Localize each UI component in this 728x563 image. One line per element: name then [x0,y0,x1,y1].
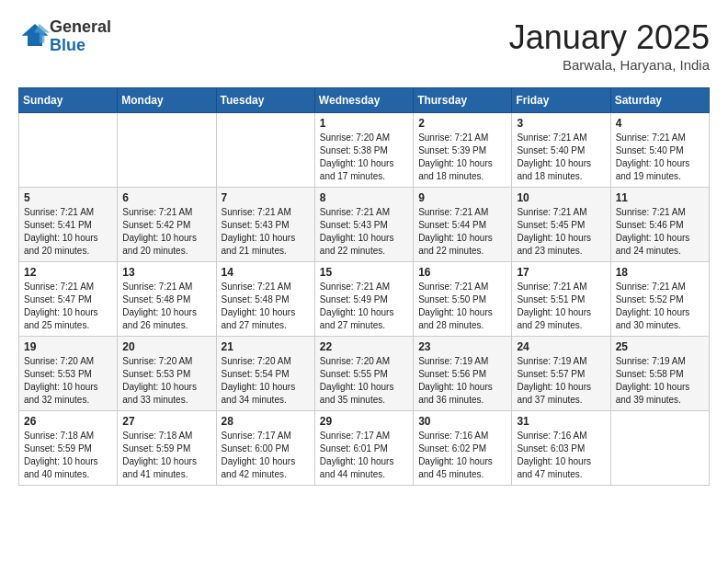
day-number: 10 [517,191,605,204]
day-info: Sunrise: 7:21 AM Sunset: 5:50 PM Dayligh… [418,281,506,332]
calendar-cell: 7Sunrise: 7:21 AM Sunset: 5:43 PM Daylig… [216,188,314,262]
week-row-1: 1Sunrise: 7:20 AM Sunset: 5:38 PM Daylig… [19,113,710,188]
week-row-4: 19Sunrise: 7:20 AM Sunset: 5:53 PM Dayli… [19,337,710,411]
day-info: Sunrise: 7:17 AM Sunset: 6:00 PM Dayligh… [222,430,310,481]
day-number: 29 [320,415,408,428]
page: General Blue January 2025 Barwala, Harya… [0,0,728,495]
day-number: 17 [517,266,605,279]
week-row-2: 5Sunrise: 7:21 AM Sunset: 5:41 PM Daylig… [19,188,710,262]
day-info: Sunrise: 7:16 AM Sunset: 6:02 PM Dayligh… [418,430,506,481]
day-number: 30 [418,415,506,428]
day-number: 12 [24,266,112,279]
calendar-cell: 5Sunrise: 7:21 AM Sunset: 5:41 PM Daylig… [19,188,118,262]
day-number: 23 [418,340,506,353]
day-number: 22 [320,340,408,353]
day-info: Sunrise: 7:21 AM Sunset: 5:49 PM Dayligh… [320,281,408,332]
logo-icon [20,22,50,48]
calendar-cell: 9Sunrise: 7:21 AM Sunset: 5:44 PM Daylig… [414,188,512,262]
calendar-cell: 24Sunrise: 7:19 AM Sunset: 5:57 PM Dayli… [512,337,610,411]
day-info: Sunrise: 7:20 AM Sunset: 5:53 PM Dayligh… [24,355,112,407]
calendar-cell: 15Sunrise: 7:21 AM Sunset: 5:49 PM Dayli… [314,262,413,337]
day-info: Sunrise: 7:21 AM Sunset: 5:47 PM Dayligh… [24,281,112,332]
calendar-cell: 11Sunrise: 7:21 AM Sunset: 5:46 PM Dayli… [610,188,709,262]
day-number: 21 [222,340,310,353]
calendar-cell [118,113,216,188]
calendar-cell [610,411,709,486]
calendar-cell: 29Sunrise: 7:17 AM Sunset: 6:01 PM Dayli… [314,411,413,486]
week-row-3: 12Sunrise: 7:21 AM Sunset: 5:47 PM Dayli… [19,262,710,337]
calendar-cell: 1Sunrise: 7:20 AM Sunset: 5:38 PM Daylig… [314,113,413,188]
calendar-cell: 2Sunrise: 7:21 AM Sunset: 5:39 PM Daylig… [414,113,512,188]
logo-text: General Blue [50,18,111,55]
calendar-cell: 26Sunrise: 7:18 AM Sunset: 5:59 PM Dayli… [19,411,118,486]
day-info: Sunrise: 7:18 AM Sunset: 5:59 PM Dayligh… [24,430,112,481]
day-info: Sunrise: 7:21 AM Sunset: 5:40 PM Dayligh… [616,132,704,183]
calendar-cell: 21Sunrise: 7:20 AM Sunset: 5:54 PM Dayli… [216,337,314,411]
calendar-cell: 18Sunrise: 7:21 AM Sunset: 5:52 PM Dayli… [610,262,709,337]
logo-blue: Blue [50,36,85,54]
day-info: Sunrise: 7:19 AM Sunset: 5:56 PM Dayligh… [418,355,506,407]
day-number: 2 [418,117,506,130]
day-info: Sunrise: 7:20 AM Sunset: 5:53 PM Dayligh… [122,355,210,407]
calendar-cell: 8Sunrise: 7:21 AM Sunset: 5:43 PM Daylig… [314,188,413,262]
day-info: Sunrise: 7:20 AM Sunset: 5:38 PM Dayligh… [320,132,408,183]
calendar-cell: 20Sunrise: 7:20 AM Sunset: 5:53 PM Dayli… [118,337,216,411]
day-number: 1 [320,117,408,130]
day-number: 15 [320,266,408,279]
calendar-cell: 17Sunrise: 7:21 AM Sunset: 5:51 PM Dayli… [512,262,610,337]
day-info: Sunrise: 7:19 AM Sunset: 5:58 PM Dayligh… [616,355,704,407]
calendar-cell: 25Sunrise: 7:19 AM Sunset: 5:58 PM Dayli… [610,337,709,411]
weekday-header-wednesday: Wednesday [314,88,413,113]
calendar-cell: 13Sunrise: 7:21 AM Sunset: 5:48 PM Dayli… [118,262,216,337]
logo: General Blue [18,18,111,55]
day-number: 27 [122,415,210,428]
day-info: Sunrise: 7:17 AM Sunset: 6:01 PM Dayligh… [320,430,408,481]
weekday-header-tuesday: Tuesday [216,88,314,113]
weekday-header-friday: Friday [512,88,610,113]
weekday-header-sunday: Sunday [19,88,118,113]
day-number: 4 [616,117,704,130]
day-info: Sunrise: 7:21 AM Sunset: 5:48 PM Dayligh… [222,281,310,332]
day-info: Sunrise: 7:21 AM Sunset: 5:42 PM Dayligh… [122,206,210,258]
calendar-cell: 31Sunrise: 7:16 AM Sunset: 6:03 PM Dayli… [512,411,610,486]
day-number: 5 [24,191,112,204]
day-info: Sunrise: 7:19 AM Sunset: 5:57 PM Dayligh… [517,355,605,407]
day-number: 14 [222,266,310,279]
calendar-cell: 12Sunrise: 7:21 AM Sunset: 5:47 PM Dayli… [19,262,118,337]
calendar-cell: 16Sunrise: 7:21 AM Sunset: 5:50 PM Dayli… [414,262,512,337]
day-info: Sunrise: 7:21 AM Sunset: 5:51 PM Dayligh… [517,281,605,332]
calendar-cell: 10Sunrise: 7:21 AM Sunset: 5:45 PM Dayli… [512,188,610,262]
day-number: 7 [222,191,310,204]
month-title: January 2025 [509,18,710,57]
title-block: January 2025 Barwala, Haryana, India [509,18,710,73]
calendar-cell: 23Sunrise: 7:19 AM Sunset: 5:56 PM Dayli… [414,337,512,411]
day-info: Sunrise: 7:21 AM Sunset: 5:40 PM Dayligh… [517,132,605,183]
calendar-cell [19,113,118,188]
day-number: 25 [616,340,704,353]
day-number: 31 [517,415,605,428]
day-info: Sunrise: 7:21 AM Sunset: 5:41 PM Dayligh… [24,206,112,258]
day-number: 19 [24,340,112,353]
weekday-header-thursday: Thursday [414,88,512,113]
day-info: Sunrise: 7:20 AM Sunset: 5:54 PM Dayligh… [222,355,310,407]
day-number: 9 [418,191,506,204]
day-info: Sunrise: 7:20 AM Sunset: 5:55 PM Dayligh… [320,355,408,407]
day-info: Sunrise: 7:16 AM Sunset: 6:03 PM Dayligh… [517,430,605,481]
day-number: 16 [418,266,506,279]
calendar-cell: 14Sunrise: 7:21 AM Sunset: 5:48 PM Dayli… [216,262,314,337]
calendar-cell: 19Sunrise: 7:20 AM Sunset: 5:53 PM Dayli… [19,337,118,411]
day-number: 18 [616,266,704,279]
calendar-cell: 22Sunrise: 7:20 AM Sunset: 5:55 PM Dayli… [314,337,413,411]
calendar-cell: 30Sunrise: 7:16 AM Sunset: 6:02 PM Dayli… [414,411,512,486]
day-info: Sunrise: 7:21 AM Sunset: 5:52 PM Dayligh… [616,281,704,332]
weekday-header-saturday: Saturday [610,88,709,113]
weekday-header-monday: Monday [118,88,216,113]
day-number: 8 [320,191,408,204]
logo-general: General [50,17,111,36]
day-info: Sunrise: 7:21 AM Sunset: 5:44 PM Dayligh… [418,206,506,258]
calendar-cell: 28Sunrise: 7:17 AM Sunset: 6:00 PM Dayli… [216,411,314,486]
header: General Blue January 2025 Barwala, Harya… [18,18,710,73]
day-number: 3 [517,117,605,130]
day-number: 28 [222,415,310,428]
calendar-cell: 27Sunrise: 7:18 AM Sunset: 5:59 PM Dayli… [118,411,216,486]
